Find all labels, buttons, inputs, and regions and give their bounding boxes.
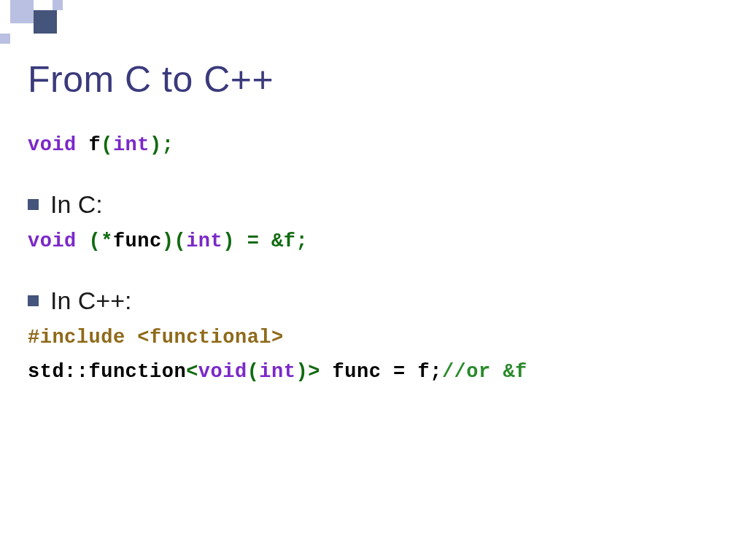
slide-content: From C to C++ void f(int); In C: void (*… — [28, 58, 719, 388]
spacer — [28, 223, 719, 229]
bullet-label: In C: — [50, 190, 103, 219]
code-include: #include <functional> — [28, 325, 719, 351]
square-bullet-icon — [28, 199, 39, 210]
decor-square — [53, 0, 63, 10]
slide-title: From C to C++ — [28, 58, 719, 101]
bullet-label: In C++: — [50, 287, 132, 315]
decor-square — [10, 0, 34, 23]
code-stdfunction: std::function<void(int)> func = f;//or &… — [28, 359, 719, 385]
spacer — [28, 319, 719, 325]
bullet-in-cpp: In C++: — [28, 287, 719, 315]
code-declaration: void f(int); — [28, 133, 719, 158]
bullet-in-c: In C: — [28, 190, 719, 219]
square-bullet-icon — [28, 295, 39, 306]
slide: From C to C++ void f(int); In C: void (*… — [0, 0, 747, 560]
spacer — [28, 257, 719, 287]
spacer — [28, 354, 719, 359]
decor-square — [0, 34, 10, 44]
spacer — [28, 161, 719, 190]
decor-square — [34, 10, 57, 34]
code-c-funcptr: void (*func)(int) = &f; — [28, 229, 719, 254]
